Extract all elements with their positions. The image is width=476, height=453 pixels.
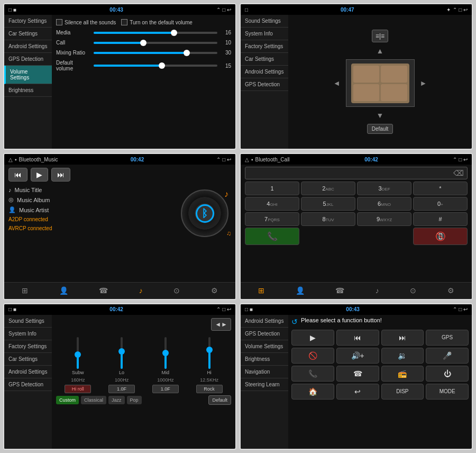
default-button-p2[interactable]: Default	[367, 124, 393, 134]
nav-link-icon[interactable]: ⊙	[170, 285, 183, 296]
media-slider[interactable]	[94, 32, 217, 34]
eq-audio-icon-button[interactable]: ◄►	[211, 318, 231, 331]
func-disp[interactable]: DISP	[381, 384, 424, 400]
car-down-arrow[interactable]: ▼	[374, 109, 386, 122]
func-phone[interactable]: 📞	[291, 366, 334, 382]
default-volume-slider[interactable]	[94, 65, 217, 67]
func-mode[interactable]: MODE	[426, 384, 469, 400]
eq-lo-track[interactable]	[121, 337, 123, 369]
func-prev[interactable]: ⏮	[336, 330, 379, 346]
dial-hash[interactable]: #	[413, 212, 468, 226]
dial-2[interactable]: 2ABC	[301, 182, 355, 195]
nav-contact-icon[interactable]: 👤	[56, 285, 71, 296]
sidebar6-brightness[interactable]: Brightness	[241, 353, 288, 366]
func-vol-down[interactable]: 🔉	[381, 348, 424, 364]
mixing-slider[interactable]	[94, 52, 217, 54]
nav-call-icon[interactable]: ☎	[96, 285, 111, 296]
preset-custom[interactable]: Custom	[56, 396, 79, 404]
func-mic[interactable]: 🎤	[426, 348, 469, 364]
func-play[interactable]: ▶	[291, 330, 334, 346]
dial-3[interactable]: 3DEF	[357, 182, 411, 195]
call-slider[interactable]	[94, 42, 217, 44]
preset-jazz[interactable]: Jazz	[108, 396, 125, 404]
func-gps[interactable]: GPS	[426, 330, 469, 346]
func-call[interactable]: ☎	[336, 366, 379, 382]
dial-5[interactable]: 5JKL	[301, 197, 355, 211]
album-icon: ◎	[8, 196, 14, 203]
dial-7[interactable]: 7PQRS	[245, 212, 299, 226]
sidebar2-item-sound[interactable]: Sound Settings	[241, 15, 288, 28]
dial-star[interactable]: *	[413, 182, 468, 195]
preset-classical[interactable]: Classical	[81, 396, 106, 404]
status-time-6: 00:43	[346, 306, 360, 312]
sidebar6-navigation[interactable]: Navigation	[241, 366, 288, 378]
nav-music-icon[interactable]: ♪	[136, 285, 146, 296]
dial-8[interactable]: 8TUV	[301, 212, 355, 226]
dial-4[interactable]: 4GHI	[245, 197, 299, 211]
sidebar5-sysinfo[interactable]: System Info	[4, 328, 52, 340]
avrcp-status: AVRCP connected	[8, 225, 174, 231]
a2dp-status: A2DP connected	[8, 216, 174, 222]
sidebar5-sound[interactable]: Sound Settings	[4, 315, 52, 328]
play-button[interactable]: ▶	[31, 168, 48, 182]
nav-settings-icon[interactable]: ⚙	[208, 285, 221, 296]
func-home[interactable]: 🏠	[291, 384, 334, 400]
func-vol-up[interactable]: 🔊+	[336, 348, 379, 364]
car-right-arrow[interactable]: ►	[418, 77, 429, 89]
backspace-icon[interactable]: ⌫	[453, 169, 464, 177]
dial-0[interactable]: 0+	[413, 197, 468, 211]
next-button[interactable]: ⏭	[51, 168, 70, 182]
sidebar-item-car-settings[interactable]: Car Settings	[4, 28, 52, 40]
default-volume-checkbox-item[interactable]: Turn on the default volume	[121, 19, 193, 25]
sidebar6-steering[interactable]: Steering Learn	[241, 378, 288, 391]
nav-music-icon-4[interactable]: ♪	[372, 285, 382, 296]
sidebar5-android[interactable]: Android Settings	[4, 366, 52, 378]
silence-checkbox-item[interactable]: Silence all the sounds	[56, 19, 116, 25]
default-volume-checkbox[interactable]	[121, 19, 127, 25]
prev-button[interactable]: ⏮	[8, 168, 28, 182]
func-radio[interactable]: 📻	[381, 366, 424, 382]
eq-hi-track[interactable]	[208, 337, 210, 369]
sidebar-item-volume-settings[interactable]: Volume Settings	[4, 66, 52, 84]
nav-call-icon-4[interactable]: ☎	[332, 285, 347, 296]
dial-call-button[interactable]: 📞	[245, 228, 299, 245]
sidebar2-item-car[interactable]: Car Settings	[241, 53, 288, 66]
sidebar6-volume[interactable]: Volume Settings	[241, 340, 288, 353]
func-back[interactable]: ↩	[336, 384, 379, 400]
status-bar-3: △ ▪ Bluetooth_Music 00:42 ⌃ □ ↩	[4, 154, 235, 165]
default-button-p5[interactable]: Default	[208, 395, 231, 405]
nav-settings-icon-4[interactable]: ⚙	[444, 285, 457, 296]
dial-6[interactable]: 6MNO	[357, 197, 411, 211]
dial-9[interactable]: 9WXYZ	[357, 212, 411, 226]
dialpad-area: ⌫ 1 2ABC 3DEF * 4GHI 5JKL 6MNO 0+ 7PQRS …	[241, 165, 472, 282]
eq-display-button[interactable]: ≡|≡	[372, 30, 388, 42]
sidebar5-car[interactable]: Car Settings	[4, 353, 52, 366]
nav-grid-icon-4[interactable]: ⊞	[255, 285, 268, 296]
sidebar2-item-android[interactable]: Android Settings	[241, 66, 288, 78]
eq-subw-track[interactable]	[77, 337, 79, 369]
sidebar2-item-sysinfo[interactable]: System Info	[241, 28, 288, 40]
preset-pop[interactable]: Pop	[127, 396, 142, 404]
sidebar-item-gps-detection[interactable]: GPS Detection	[4, 53, 52, 66]
car-up-arrow[interactable]: ▲	[374, 44, 386, 57]
eq-mid-track[interactable]	[164, 337, 167, 369]
sidebar2-item-factory[interactable]: Factory Settings	[241, 40, 288, 53]
func-power[interactable]: ⏻	[426, 366, 469, 382]
sidebar2-item-gps[interactable]: GPS Detection	[241, 78, 288, 91]
sidebar-item-factory-settings[interactable]: Factory Settings	[4, 15, 52, 28]
dial-1[interactable]: 1	[245, 182, 299, 195]
car-left-arrow[interactable]: ◄	[331, 77, 343, 89]
dial-end-button[interactable]: 📵	[413, 228, 468, 245]
nav-contact-icon-4[interactable]: 👤	[292, 285, 308, 296]
sidebar6-gps[interactable]: GPS Detection	[241, 328, 288, 340]
nav-grid-icon[interactable]: ⊞	[19, 285, 31, 296]
sidebar-item-brightness[interactable]: Brightness	[4, 84, 52, 97]
sidebar5-gps[interactable]: GPS Detection	[4, 378, 52, 391]
nav-link-icon-4[interactable]: ⊙	[407, 285, 419, 296]
sidebar6-android[interactable]: Android Settings	[241, 315, 288, 328]
sidebar5-factory[interactable]: Factory Settings	[4, 340, 52, 353]
sidebar-item-android-settings[interactable]: Android Settings	[4, 40, 52, 53]
silence-checkbox[interactable]	[56, 19, 62, 25]
func-mute[interactable]: 🚫	[291, 348, 334, 364]
func-next[interactable]: ⏭	[381, 330, 424, 346]
